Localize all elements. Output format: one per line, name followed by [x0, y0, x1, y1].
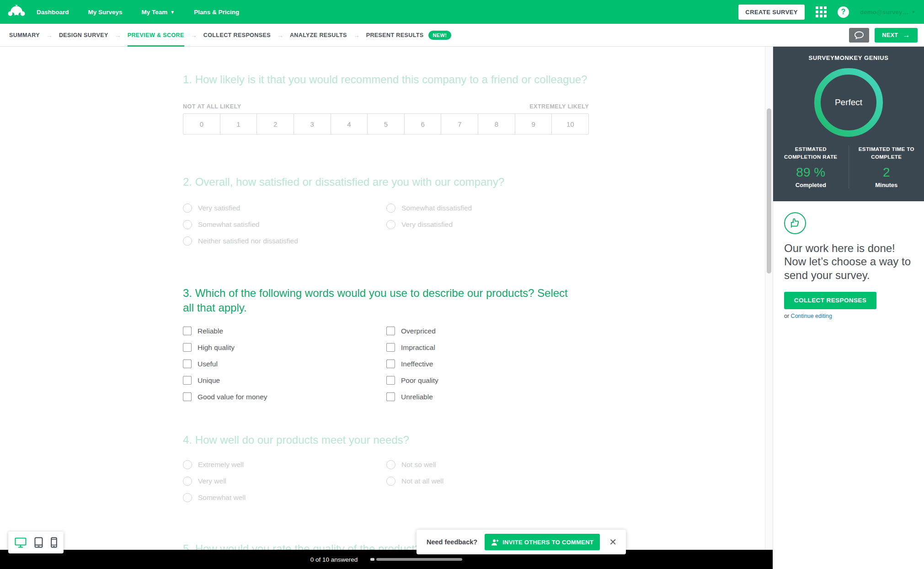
radio-icon[interactable] — [386, 460, 395, 469]
option-label: Somewhat dissatisfied — [401, 204, 472, 212]
nps-cell-5[interactable]: 5 — [367, 114, 404, 134]
checkbox-icon[interactable] — [183, 392, 192, 401]
q4-option[interactable]: Not so well — [386, 456, 589, 473]
help-icon[interactable]: ? — [838, 6, 849, 18]
q2-option[interactable]: Very dissatisfied — [386, 216, 589, 233]
completion-rate-value: 89 % — [777, 165, 845, 180]
stepbar-right-group: NEXT → — [849, 28, 918, 43]
checkbox-icon[interactable] — [183, 360, 192, 368]
q3-option[interactable]: Poor quality — [386, 372, 589, 389]
continue-editing-link[interactable]: Continue editing — [791, 313, 832, 319]
desktop-preview-icon[interactable] — [15, 537, 27, 548]
close-icon[interactable]: ✕ — [607, 537, 619, 548]
checkbox-icon[interactable] — [183, 327, 192, 335]
next-button[interactable]: NEXT → — [875, 28, 918, 43]
q3-option[interactable]: Unreliable — [386, 389, 589, 405]
radio-icon[interactable] — [386, 477, 395, 486]
nps-cell-8[interactable]: 8 — [478, 114, 515, 134]
step-collect-responses[interactable]: COLLECT RESPONSES — [203, 24, 271, 47]
nps-cell-7[interactable]: 7 — [441, 114, 478, 134]
question-4: 4. How well do our products meet your ne… — [183, 433, 589, 506]
answer-progress-bar: 0 of 10 answered — [0, 550, 773, 569]
nps-cell-6[interactable]: 6 — [404, 114, 441, 134]
invite-others-label: INVITE OTHERS TO COMMENT — [502, 539, 593, 546]
invite-others-button[interactable]: INVITE OTHERS TO COMMENT — [485, 534, 600, 550]
checkbox-icon[interactable] — [386, 327, 395, 335]
q2-option[interactable]: Neither satisfied nor dissatisfied — [183, 233, 386, 249]
tablet-preview-icon[interactable] — [34, 537, 43, 548]
step-present-results[interactable]: PRESENT RESULTS — [366, 24, 424, 47]
q3-option[interactable]: Reliable — [183, 323, 386, 339]
radio-icon[interactable] — [386, 204, 395, 213]
nps-cell-0[interactable]: 0 — [183, 114, 220, 134]
collect-responses-button[interactable]: COLLECT RESPONSES — [784, 292, 876, 309]
checkbox-icon[interactable] — [386, 360, 395, 368]
step-arrow-icon: → — [115, 32, 121, 39]
checkbox-icon[interactable] — [386, 392, 395, 401]
option-label: Very dissatisfied — [401, 220, 453, 229]
account-menu[interactable]: demo@survey…▼ — [860, 9, 916, 16]
q2-option[interactable]: Somewhat satisfied — [183, 216, 386, 233]
nps-cell-9[interactable]: 9 — [515, 114, 552, 134]
create-survey-button[interactable]: CREATE SURVEY — [738, 5, 805, 20]
nav-my-team[interactable]: My Team▼ — [142, 9, 175, 16]
question-2-title: 2. Overall, how satisfied or dissatisfie… — [183, 175, 589, 189]
nps-cell-2[interactable]: 2 — [256, 114, 294, 134]
radio-icon[interactable] — [183, 460, 192, 469]
app-grid-icon[interactable] — [816, 6, 827, 17]
option-label: Very satisfied — [198, 204, 240, 212]
radio-icon[interactable] — [183, 204, 192, 213]
chevron-down-icon: ▼ — [911, 10, 916, 15]
q3-option[interactable]: Impractical — [386, 339, 589, 356]
step-arrow-icon: → — [191, 32, 197, 39]
nps-cell-3[interactable]: 3 — [294, 114, 331, 134]
checkbox-icon[interactable] — [183, 376, 192, 385]
nav-plans-pricing[interactable]: Plans & Pricing — [194, 9, 239, 16]
nps-cell-10[interactable]: 10 — [551, 114, 588, 134]
radio-icon[interactable] — [183, 493, 192, 502]
time-to-complete-label: ESTIMATED TIME TO COMPLETE — [853, 145, 921, 161]
nps-cell-1[interactable]: 1 — [220, 114, 257, 134]
mobile-preview-icon[interactable] — [51, 537, 57, 548]
step-preview-score[interactable]: PREVIEW & SCORE — [128, 24, 184, 47]
surveymonkey-genius-panel: SURVEYMONKEY GENIUS Perfect ESTIMATED CO… — [773, 47, 924, 201]
nps-right-label: EXTREMELY LIKELY — [529, 103, 589, 110]
option-label: Poor quality — [401, 376, 438, 385]
chat-bubble-icon — [854, 31, 864, 39]
work-done-message: Our work here is done! Now let’s choose … — [784, 242, 912, 282]
comments-button[interactable] — [849, 28, 869, 43]
q4-option[interactable]: Not at all well — [386, 473, 589, 489]
step-design-survey[interactable]: DESIGN SURVEY — [59, 24, 108, 47]
q3-option[interactable]: Good value for money — [183, 389, 386, 405]
checkbox-icon[interactable] — [386, 376, 395, 385]
q3-option[interactable]: Overpriced — [386, 323, 589, 339]
radio-icon[interactable] — [183, 220, 192, 229]
q4-option[interactable]: Somewhat well — [183, 489, 386, 506]
checkbox-icon[interactable] — [386, 343, 395, 352]
nav-dashboard[interactable]: Dashboard — [37, 9, 69, 16]
nav-my-surveys[interactable]: My Surveys — [88, 9, 123, 16]
chevron-down-icon: ▼ — [170, 10, 175, 15]
checkbox-icon[interactable] — [183, 343, 192, 352]
q2-option[interactable]: Somewhat dissatisfied — [386, 200, 589, 216]
q3-option[interactable]: Ineffective — [386, 356, 589, 372]
radio-icon[interactable] — [183, 477, 192, 486]
q3-option[interactable]: Useful — [183, 356, 386, 372]
q2-option[interactable]: Very satisfied — [183, 200, 386, 216]
device-preview-toggle — [8, 531, 64, 553]
radio-icon[interactable] — [386, 220, 395, 229]
q3-option[interactable]: High quality — [183, 339, 386, 356]
radio-icon[interactable] — [183, 236, 192, 246]
option-label: Reliable — [198, 327, 223, 335]
genius-title: SURVEYMONKEY GENIUS — [773, 54, 924, 61]
nps-cell-4[interactable]: 4 — [331, 114, 368, 134]
answer-progress-indicator — [370, 558, 462, 561]
nav-plans-pricing-label: Plans & Pricing — [194, 9, 239, 16]
scrollbar-thumb[interactable] — [767, 108, 771, 274]
q3-option[interactable]: Unique — [183, 372, 386, 389]
q4-option[interactable]: Very well — [183, 473, 386, 489]
step-analyze-results[interactable]: ANALYZE RESULTS — [290, 24, 347, 47]
q4-option[interactable]: Extremely well — [183, 456, 386, 473]
step-summary[interactable]: SUMMARY — [9, 24, 40, 47]
surveymonkey-logo-icon[interactable] — [7, 4, 26, 20]
